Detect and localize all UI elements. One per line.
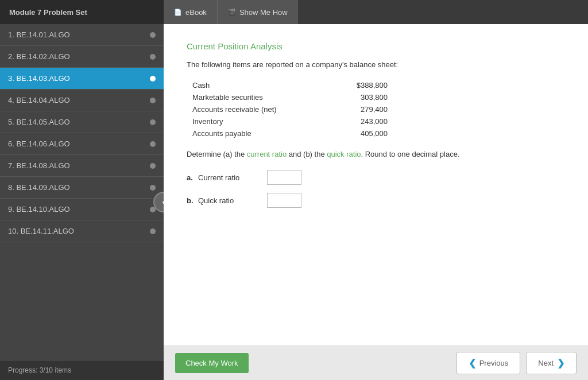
current-ratio-link[interactable]: current ratio	[247, 150, 287, 158]
video-icon: 🎬	[228, 9, 236, 16]
nav-buttons: ❮ Previous Next ❯	[457, 352, 577, 374]
top-nav: Module 7 Problem Set 📄 eBook 🎬 Show Me H…	[0, 0, 588, 24]
sidebar-item-4[interactable]: 4. BE.14.04.ALGO	[0, 90, 164, 111]
sidebar-item-5-dot	[150, 119, 156, 125]
answer-label-quick-ratio: Quick ratio	[198, 196, 267, 205]
bottom-bar: Check My Work ❮ Previous Next ❯	[164, 346, 588, 380]
sidebar-item-1-label: 1. BE.14.01.ALGO	[8, 30, 70, 39]
balance-label-inventory: Inventory	[192, 117, 330, 126]
previous-label: Previous	[479, 359, 509, 367]
quick-ratio-input[interactable]	[267, 193, 301, 208]
ebook-icon: 📄	[174, 9, 182, 16]
app-title: Module 7 Problem Set	[0, 0, 164, 24]
balance-row-cash: Cash $388,800	[192, 79, 565, 91]
answer-row-quick: b. Quick ratio	[187, 193, 565, 208]
instruction-prefix: Determine (a) the	[187, 150, 247, 158]
balance-label-payable: Accounts payable	[192, 129, 330, 138]
sidebar-item-8[interactable]: 8. BE.14.09.ALGO	[0, 177, 164, 199]
sidebar-item-5-label: 5. BE.14.05.ALGO	[8, 118, 70, 126]
sidebar-item-7[interactable]: 7. BE.14.08.ALGO	[0, 155, 164, 177]
check-work-label: Check My Work	[185, 359, 238, 367]
sidebar-item-3-label: 3. BE.14.03.ALGO	[8, 74, 70, 83]
showme-label: Show Me How	[239, 8, 288, 17]
sidebar-item-10-label: 10. BE.14.11.ALGO	[8, 227, 74, 235]
problem-instruction: Determine (a) the current ratio and (b) …	[187, 150, 565, 158]
sidebar-item-9[interactable]: 9. BE.14.10.ALGO	[0, 199, 164, 220]
sidebar-item-6-label: 6. BE.14.06.ALGO	[8, 139, 70, 148]
balance-value-payable: 405,000	[330, 129, 388, 138]
balance-label-cash: Cash	[192, 81, 330, 90]
sidebar-item-1[interactable]: 1. BE.14.01.ALGO	[0, 24, 164, 46]
next-label: Next	[538, 359, 554, 367]
problem-description: The following items are reported on a co…	[187, 60, 565, 69]
balance-row-inventory: Inventory 243,000	[192, 115, 565, 127]
sidebar-item-6-dot	[150, 141, 156, 147]
sidebar-item-9-label: 9. BE.14.10.ALGO	[8, 205, 70, 214]
chevron-left-icon: ‹	[162, 197, 164, 207]
sidebar-item-4-label: 4. BE.14.04.ALGO	[8, 96, 70, 104]
sidebar-item-3-dot	[150, 76, 156, 82]
instruction-middle: and (b) the	[287, 150, 327, 158]
problem-title: Current Position Analysis	[187, 41, 565, 51]
balance-value-inventory: 243,000	[330, 117, 388, 126]
sidebar-item-8-dot	[150, 185, 156, 191]
answer-label-current-ratio: Current ratio	[198, 173, 267, 182]
sidebar: 1. BE.14.01.ALGO 2. BE.14.02.ALGO 3. BE.…	[0, 24, 164, 380]
balance-row-securities: Marketable securities 303,800	[192, 91, 565, 103]
answer-letter-a: a.	[187, 173, 198, 182]
tab-showme[interactable]: 🎬 Show Me How	[217, 0, 298, 24]
current-ratio-input[interactable]	[267, 170, 301, 185]
balance-value-cash: $388,800	[330, 81, 388, 90]
sidebar-item-8-label: 8. BE.14.09.ALGO	[8, 183, 70, 192]
next-button[interactable]: Next ❯	[526, 352, 577, 374]
sidebar-item-10[interactable]: 10. BE.14.11.ALGO	[0, 220, 164, 242]
chevron-left-nav-icon: ❮	[469, 358, 476, 369]
sidebar-item-4-dot	[150, 98, 156, 103]
content-area: Current Position Analysis The following …	[164, 24, 588, 380]
balance-row-receivable: Accounts receivable (net) 279,400	[192, 103, 565, 115]
progress-text: Progress: 3/10 items	[8, 366, 71, 374]
balance-row-payable: Accounts payable 405,000	[192, 127, 565, 139]
sidebar-item-5[interactable]: 5. BE.14.05.ALGO	[0, 111, 164, 133]
balance-value-securities: 303,800	[330, 93, 388, 102]
balance-table: Cash $388,800 Marketable securities 303,…	[192, 79, 565, 139]
main-area: 1. BE.14.01.ALGO 2. BE.14.02.ALGO 3. BE.…	[0, 24, 588, 380]
sidebar-item-3[interactable]: 3. BE.14.03.ALGO	[0, 68, 164, 90]
answer-row-current: a. Current ratio	[187, 170, 565, 185]
balance-label-receivable: Accounts receivable (net)	[192, 105, 330, 114]
sidebar-item-7-dot	[150, 163, 156, 169]
ebook-label: eBook	[185, 8, 207, 17]
sidebar-item-2[interactable]: 2. BE.14.02.ALGO	[0, 46, 164, 68]
sidebar-item-10-dot	[150, 228, 156, 234]
sidebar-item-6[interactable]: 6. BE.14.06.ALGO	[0, 133, 164, 155]
app-title-text: Module 7 Problem Set	[9, 8, 87, 17]
sidebar-item-1-dot	[150, 32, 156, 38]
sidebar-item-2-dot	[150, 54, 156, 60]
sidebar-item-7-label: 7. BE.14.08.ALGO	[8, 161, 70, 170]
balance-label-securities: Marketable securities	[192, 93, 330, 102]
chevron-right-nav-icon: ❯	[557, 358, 564, 369]
content-scroll: Current Position Analysis The following …	[164, 24, 588, 346]
quick-ratio-link[interactable]: quick ratio	[327, 150, 361, 158]
instruction-suffix: . Round to one decimal place.	[361, 150, 460, 158]
balance-value-receivable: 279,400	[330, 105, 388, 114]
answer-letter-b: b.	[187, 196, 198, 205]
sidebar-progress: Progress: 3/10 items	[0, 360, 164, 380]
sidebar-item-2-label: 2. BE.14.02.ALGO	[8, 52, 70, 61]
check-work-button[interactable]: Check My Work	[175, 353, 249, 373]
previous-button[interactable]: ❮ Previous	[457, 352, 521, 374]
tab-ebook[interactable]: 📄 eBook	[164, 0, 217, 24]
